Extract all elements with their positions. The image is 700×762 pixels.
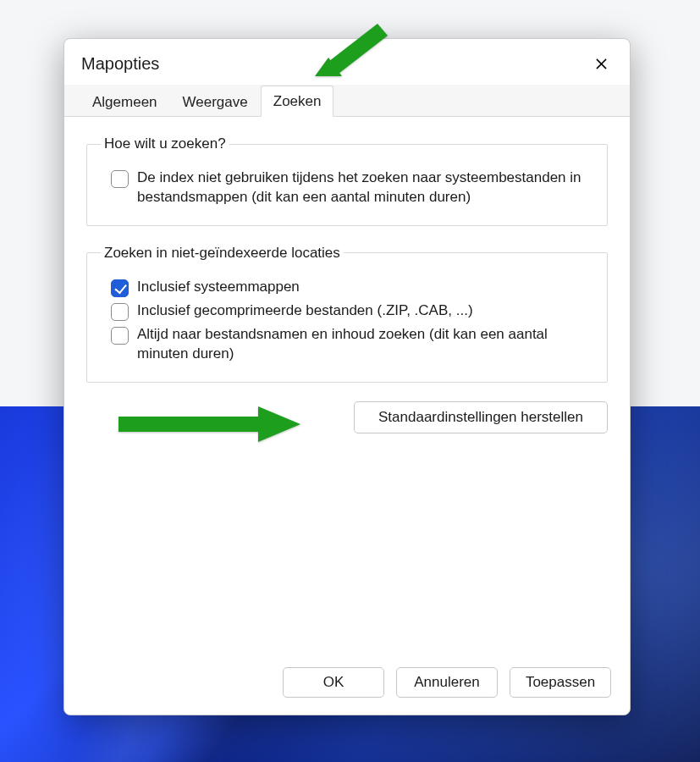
checkbox-always-filenames-content[interactable]	[111, 327, 129, 345]
restore-defaults-button[interactable]: Standaardinstellingen herstellen	[354, 401, 608, 433]
label-always-filenames-content: Altijd naar bestandsnamen en inhoud zoek…	[137, 325, 593, 364]
label-include-system-folders: Inclusief systeemmappen	[137, 278, 300, 297]
label-do-not-use-index: De index niet gebruiken tijdens het zoek…	[137, 168, 593, 207]
option-include-compressed[interactable]: Inclusief gecomprimeerde bestanden (.ZIP…	[111, 301, 593, 321]
checkbox-do-not-use-index[interactable]	[111, 170, 129, 188]
option-include-system-folders[interactable]: Inclusief systeemmappen	[111, 278, 593, 297]
option-do-not-use-index[interactable]: De index niet gebruiken tijdens het zoek…	[111, 168, 593, 207]
dialog-title: Mapopties	[81, 54, 159, 74]
close-button[interactable]	[586, 51, 616, 76]
apply-button[interactable]: Toepassen	[510, 667, 611, 698]
titlebar: Mapopties	[64, 39, 630, 85]
tab-view[interactable]: Weergave	[170, 86, 261, 117]
tab-strip: Algemeen Weergave Zoeken	[64, 85, 630, 117]
tab-content-search: Hoe wilt u zoeken? De index niet gebruik…	[64, 117, 630, 655]
group-non-indexed: Zoeken in niet-geïndexeerde locaties Inc…	[86, 245, 608, 383]
restore-defaults-row: Standaardinstellingen herstellen	[86, 401, 608, 433]
folder-options-dialog: Mapopties Algemeen Weergave Zoeken Hoe w…	[63, 38, 631, 715]
option-always-filenames-content[interactable]: Altijd naar bestandsnamen en inhoud zoek…	[111, 325, 593, 364]
group-how-to-search: Hoe wilt u zoeken? De index niet gebruik…	[86, 135, 608, 226]
group-how-to-search-legend: Hoe wilt u zoeken?	[101, 135, 229, 152]
label-include-compressed: Inclusief gecomprimeerde bestanden (.ZIP…	[137, 301, 473, 321]
checkbox-include-system-folders[interactable]	[111, 279, 129, 297]
ok-button[interactable]: OK	[283, 667, 384, 698]
cancel-button[interactable]: Annuleren	[396, 667, 498, 698]
tab-search[interactable]: Zoeken	[261, 86, 334, 117]
group-non-indexed-legend: Zoeken in niet-geïndexeerde locaties	[101, 245, 344, 262]
close-icon	[595, 58, 608, 70]
checkbox-include-compressed[interactable]	[111, 303, 129, 321]
dialog-footer: OK Annuleren Toepassen	[64, 655, 630, 715]
tab-general[interactable]: Algemeen	[80, 86, 170, 117]
